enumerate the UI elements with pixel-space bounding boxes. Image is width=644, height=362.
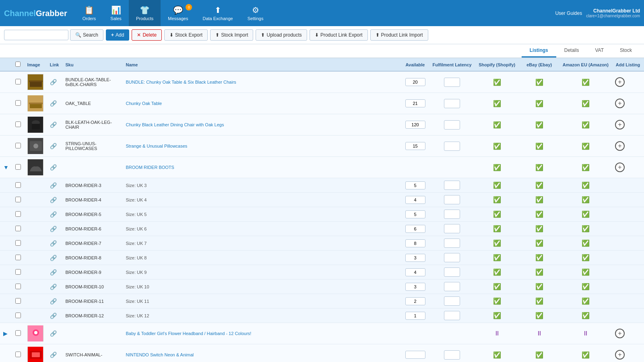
add-listing-button[interactable]: + (615, 329, 625, 338)
checkbox-cell[interactable] (12, 71, 24, 93)
available-input[interactable] (405, 225, 425, 233)
add-listing-cell[interactable]: + (612, 136, 644, 157)
add-listing-cell[interactable]: + (612, 93, 644, 114)
link-cell[interactable]: 🔗 (47, 344, 62, 362)
fulfilment-input[interactable] (444, 311, 460, 320)
link-cell[interactable]: 🔗 (47, 323, 62, 344)
add-listing-cell[interactable]: + (612, 114, 644, 136)
available-input[interactable] (405, 99, 425, 107)
available-input[interactable] (405, 254, 425, 262)
upload-products-button[interactable]: ⬆ Upload products (256, 29, 307, 41)
product-name-link[interactable]: Baby & Toddler Girl's Flower Headband / … (126, 331, 251, 336)
available-input[interactable] (405, 297, 425, 305)
nav-orders[interactable]: 📋 Orders (75, 0, 103, 26)
tab-stock[interactable]: Stock (612, 44, 640, 58)
checkbox-cell[interactable] (12, 178, 24, 193)
nav-settings[interactable]: ⚙ Settings (240, 0, 271, 26)
row-checkbox[interactable] (15, 100, 21, 106)
product-name-link[interactable]: Chunky Black Leather Dining Chair with O… (126, 122, 224, 127)
fulfilment-input[interactable] (444, 224, 460, 233)
row-checkbox[interactable] (15, 298, 21, 304)
row-checkbox[interactable] (15, 121, 21, 127)
available-input[interactable] (405, 210, 425, 218)
available-cell[interactable] (401, 178, 429, 193)
add-listing-cell[interactable]: + (612, 71, 644, 93)
product-link-export-button[interactable]: ⬇ Product Link Export (310, 29, 368, 41)
product-link-import-button[interactable]: ⬆ Product Link Import (370, 29, 428, 41)
add-listing-button[interactable]: + (615, 120, 625, 130)
checkbox-cell[interactable] (12, 136, 24, 157)
product-name-link[interactable]: BUNDLE: Chunky Oak Table & Six Black Lea… (126, 80, 236, 84)
product-name-link[interactable]: Strange & Unusual Pillowcases (126, 144, 187, 148)
nav-messages[interactable]: 💬 Messages 0 (161, 0, 195, 26)
row-checkbox[interactable] (15, 211, 21, 217)
available-input[interactable] (405, 312, 425, 320)
checkbox-cell[interactable] (12, 323, 24, 344)
select-all-checkbox[interactable] (15, 62, 21, 67)
row-checkbox[interactable] (15, 313, 21, 318)
available-input[interactable] (405, 239, 425, 247)
user-guides-link[interactable]: User Guides (555, 10, 582, 16)
fulfilment-input[interactable] (444, 99, 460, 108)
link-cell[interactable]: 🔗 (47, 157, 62, 178)
add-listing-cell[interactable]: + (612, 323, 644, 344)
row-checkbox[interactable] (15, 269, 21, 275)
row-checkbox[interactable] (15, 255, 21, 260)
fulfilment-input[interactable] (444, 239, 460, 248)
fulfilment-input[interactable] (444, 282, 460, 291)
fulfilment-cell[interactable] (429, 114, 475, 136)
product-name-link[interactable]: BROOM RIDER BOOTS (126, 165, 174, 170)
add-listing-button[interactable]: + (615, 77, 625, 87)
checkbox-cell[interactable] (12, 157, 24, 178)
nav-products[interactable]: 👕 Products (129, 0, 161, 26)
add-listing-button[interactable]: + (615, 162, 625, 172)
expand-cell[interactable]: ▶ (0, 323, 12, 344)
available-cell[interactable] (401, 136, 429, 157)
available-input[interactable] (405, 268, 425, 276)
fulfilment-cell[interactable] (429, 93, 475, 114)
available-input[interactable] (405, 181, 425, 189)
row-checkbox[interactable] (15, 79, 21, 84)
available-cell[interactable] (401, 114, 429, 136)
fulfilment-input[interactable] (444, 267, 460, 277)
add-listing-cell[interactable]: + (612, 344, 644, 362)
stock-import-button[interactable]: ⬆ Stock Import (210, 29, 253, 41)
row-checkbox[interactable] (15, 284, 21, 289)
add-listing-button[interactable]: + (615, 141, 625, 151)
search-button[interactable]: 🔍 Search (70, 29, 103, 41)
tab-vat[interactable]: VAT (587, 44, 612, 58)
fulfilment-cell[interactable] (429, 136, 475, 157)
add-button[interactable]: + Add (106, 29, 129, 41)
fulfilment-input[interactable] (444, 142, 460, 151)
add-listing-button[interactable]: + (615, 99, 625, 108)
row-checkbox[interactable] (15, 143, 21, 148)
checkbox-cell[interactable] (12, 114, 24, 136)
fulfilment-cell[interactable] (429, 344, 475, 362)
expand-button[interactable]: ▶ (3, 330, 8, 337)
available-cell[interactable] (401, 93, 429, 114)
fulfilment-input[interactable] (444, 296, 460, 306)
available-cell[interactable] (401, 344, 429, 362)
available-input[interactable] (405, 78, 425, 86)
expand-cell[interactable]: ▼ (0, 157, 12, 178)
product-name-link[interactable]: NINTENDO Switch Neon & Animal (126, 352, 194, 357)
link-cell[interactable]: 🔗 (47, 93, 62, 114)
link-cell[interactable]: 🔗 (47, 178, 62, 193)
link-cell[interactable]: 🔗 (47, 71, 62, 93)
available-input[interactable] (405, 121, 425, 129)
available-input[interactable] (405, 142, 425, 150)
fulfilment-cell[interactable] (429, 71, 475, 93)
available-input[interactable] (405, 196, 425, 204)
delete-button[interactable]: ✕ Delete (132, 29, 162, 41)
link-cell[interactable]: 🔗 (47, 114, 62, 136)
stock-export-button[interactable]: ⬇ Stock Export (164, 29, 208, 41)
available-input[interactable] (405, 283, 425, 291)
row-checkbox[interactable] (15, 330, 21, 336)
expand-button[interactable]: ▼ (3, 164, 9, 171)
row-checkbox[interactable] (15, 240, 21, 246)
checkbox-cell[interactable] (12, 344, 24, 362)
tab-listings[interactable]: Listings (522, 44, 556, 58)
product-name-link[interactable]: Chunky Oak Table (126, 101, 162, 106)
fulfilment-cell[interactable] (429, 178, 475, 193)
fulfilment-input[interactable] (444, 253, 460, 262)
